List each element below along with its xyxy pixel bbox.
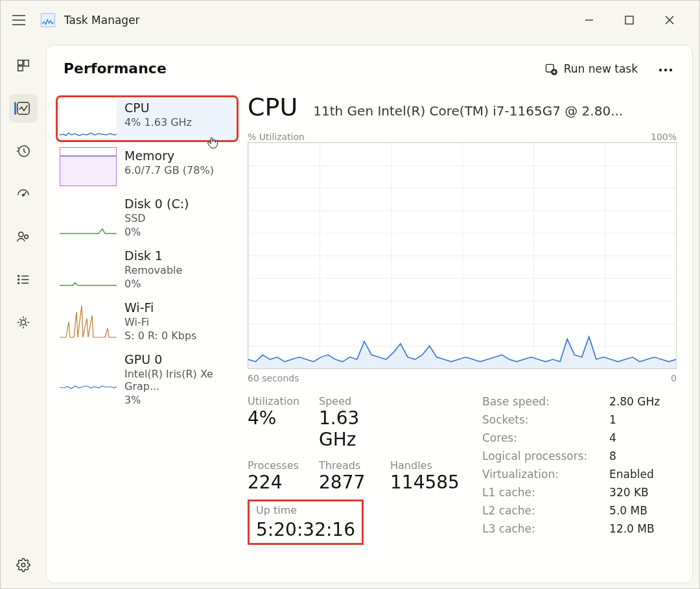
close-button[interactable]: [654, 8, 685, 32]
memory-thumb: [60, 147, 117, 186]
svg-point-8: [25, 235, 29, 239]
resource-title: Disk 1: [124, 248, 182, 263]
spec-label: L1 cache:: [482, 486, 604, 499]
nav-users[interactable]: [9, 222, 38, 251]
spec-value: 1: [609, 413, 677, 426]
svg-point-12: [21, 320, 25, 324]
spec-label: Logical processors:: [482, 450, 604, 463]
nav-performance[interactable]: [9, 94, 38, 123]
graph-xaxis-right: 0: [671, 373, 677, 383]
nav-startup-apps[interactable]: [9, 180, 38, 208]
run-new-task-label: Run new task: [564, 62, 638, 75]
graph-xaxis-left: 60 seconds: [248, 373, 299, 383]
resource-wifi[interactable]: Wi-Fi Wi-Fi S: 0 R: 0 Kbps: [56, 295, 239, 346]
nav-app-history[interactable]: [9, 137, 38, 165]
resource-gpu0[interactable]: GPU 0 Intel(R) Iris(R) Xe Grap... 3%: [56, 347, 239, 410]
svg-point-13: [21, 563, 25, 567]
resource-memory[interactable]: Memory 6.0/7.7 GB (78%): [56, 143, 239, 190]
maximize-button[interactable]: [614, 8, 645, 32]
stat-handles-label: Handles: [390, 459, 461, 472]
resource-sub2: 3%: [124, 394, 235, 406]
resource-sub: 4% 1.63 GHz: [124, 116, 192, 128]
run-task-icon: [544, 62, 557, 75]
spec-value: Enabled: [609, 468, 677, 481]
gpu0-thumb: [60, 351, 117, 390]
svg-rect-3: [18, 66, 23, 71]
spec-value: 12.0 MB: [609, 522, 677, 535]
svg-point-16: [659, 69, 662, 71]
uptime-highlight: Up time 5:20:32:16: [248, 499, 364, 545]
resource-disk0[interactable]: Disk 0 (C:) SSD 0%: [56, 191, 239, 242]
resource-sub2: 0%: [124, 278, 182, 290]
nav-rail: [1, 40, 46, 588]
svg-point-10: [18, 279, 19, 280]
stat-utilization-label: Utilization: [248, 395, 319, 407]
titlebar: Task Manager: [1, 1, 699, 40]
resource-title: Memory: [124, 149, 214, 163]
svg-rect-0: [625, 16, 633, 24]
stat-utilization-value: 4%: [248, 407, 319, 429]
detail-subtitle: 11th Gen Intel(R) Core(TM) i7-1165G7 @ 2…: [313, 103, 677, 119]
spec-value: 4: [609, 431, 677, 444]
page-title: Performance: [64, 60, 167, 77]
resource-title: CPU: [124, 101, 192, 115]
disk0-thumb: [60, 195, 117, 234]
spec-label: Virtualization:: [482, 468, 604, 481]
svg-rect-1: [18, 60, 23, 65]
nav-details[interactable]: [9, 265, 38, 294]
svg-rect-19: [60, 156, 116, 186]
svg-point-11: [18, 283, 19, 284]
stat-processes-value: 224: [248, 472, 319, 493]
cpu-utilization-graph[interactable]: [248, 142, 677, 369]
minimize-button[interactable]: [574, 8, 605, 32]
nav-services[interactable]: [9, 308, 38, 337]
hamburger-menu-button[interactable]: [6, 7, 32, 33]
cpu-specs: Base speed:2.80 GHzSockets:1Cores:4Logic…: [482, 395, 677, 545]
stat-handles-value: 114585: [390, 472, 461, 493]
resource-disk1[interactable]: Disk 1 Removable 0%: [56, 243, 239, 294]
stat-uptime-value: 5:20:32:16: [256, 519, 355, 540]
disk1-thumb: [60, 247, 117, 286]
stat-processes-label: Processes: [248, 459, 319, 472]
spec-value: 5.0 MB: [609, 504, 677, 517]
spec-label: Base speed:: [482, 395, 604, 408]
spec-value: 8: [609, 450, 677, 463]
spec-label: Sockets:: [482, 413, 604, 426]
svg-point-17: [664, 69, 667, 71]
stat-uptime-label: Up time: [256, 504, 355, 516]
resource-title: Wi-Fi: [124, 300, 196, 315]
resource-sub: 6.0/7.7 GB (78%): [124, 164, 214, 176]
run-new-task-button[interactable]: Run new task: [544, 62, 638, 75]
resource-sub: Wi-Fi: [124, 316, 196, 328]
app-icon: [41, 13, 55, 27]
resource-list: CPU 4% 1.63 GHz Memory 6.0/7.7 GB (78%): [47, 89, 248, 583]
svg-rect-2: [24, 60, 29, 66]
spec-label: Cores:: [482, 431, 604, 444]
resource-sub2: 0%: [124, 226, 189, 238]
svg-rect-4: [18, 102, 29, 114]
svg-point-9: [18, 276, 19, 277]
more-options-button[interactable]: [656, 58, 675, 78]
stat-speed-label: Speed: [319, 395, 390, 407]
stat-threads-value: 2877: [319, 472, 390, 493]
content-pane: Performance Run new task CPU 4% 1.63 GHz: [46, 45, 693, 583]
nav-processes[interactable]: [9, 51, 38, 80]
spec-label: L3 cache:: [482, 522, 604, 535]
svg-point-7: [19, 232, 23, 237]
stat-speed-value: 1.63 GHz: [319, 407, 390, 450]
graph-label-right: 100%: [651, 132, 677, 142]
wifi-thumb: [60, 299, 117, 338]
nav-settings[interactable]: [9, 551, 38, 579]
resource-sub: SSD: [124, 212, 189, 224]
svg-point-18: [670, 69, 672, 71]
spec-value: 2.80 GHz: [609, 395, 677, 408]
graph-label-left: % Utilization: [248, 132, 305, 142]
resource-sub: Removable: [124, 264, 182, 276]
content-header: Performance Run new task: [47, 45, 692, 89]
resource-sub: Intel(R) Iris(R) Xe Grap...: [124, 368, 235, 392]
resource-title: GPU 0: [124, 352, 235, 367]
svg-marker-21: [248, 337, 676, 368]
resource-cpu[interactable]: CPU 4% 1.63 GHz: [56, 95, 239, 142]
window-controls: [574, 8, 694, 32]
resource-title: Disk 0 (C:): [124, 197, 189, 211]
